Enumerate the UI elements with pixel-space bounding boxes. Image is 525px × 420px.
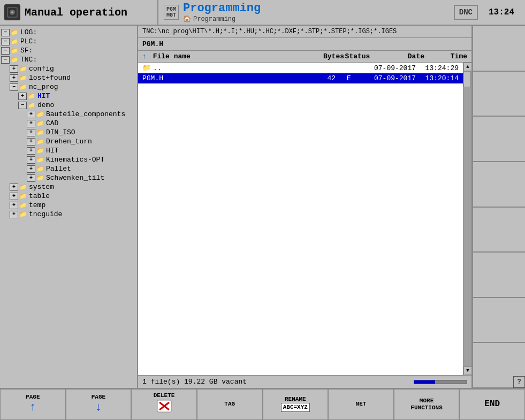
tree-item[interactable]: +📁system — [0, 182, 137, 192]
delete-button[interactable]: DELETE — [131, 389, 197, 420]
scrollbar[interactable]: ▲ ▼ — [463, 63, 471, 375]
tree-expand-icon: + — [18, 93, 27, 100]
column-header-name: ↑ File name — [142, 52, 307, 60]
more-functions-button[interactable]: MORE FUNCTIONS — [394, 389, 460, 420]
tree-item[interactable]: +📁config — [0, 64, 137, 73]
right-btn-3[interactable] — [473, 116, 525, 162]
file-date: 07-09-2017 — [362, 74, 416, 82]
tree-item[interactable]: −📁demo — [0, 101, 137, 110]
tree-expand-icon: + — [27, 138, 35, 146]
file-row[interactable]: 📁..07-09-201713:24:29 — [138, 63, 463, 73]
folder-icon: 📁 — [36, 129, 44, 136]
folder-icon: 📁 — [10, 29, 19, 36]
folder-icon: 📁 — [142, 64, 151, 72]
help-button[interactable]: ? — [513, 376, 525, 388]
tree-item[interactable]: +📁DIN_ISO — [0, 128, 137, 137]
tree-item-label: LOG: — [20, 28, 37, 36]
tree-expand-icon: − — [18, 102, 27, 109]
right-btn-4[interactable] — [473, 162, 525, 207]
file-list-area: 📁..07-09-201713:24:29PGM.H42E07-09-20171… — [138, 63, 471, 375]
end-label: END — [484, 399, 500, 409]
tree-expand-icon: + — [10, 202, 18, 209]
tree-item-label: demo — [37, 101, 54, 109]
tree-item[interactable]: +📁CAD — [0, 119, 137, 128]
folder-icon: 📁 — [36, 156, 44, 164]
page-down-button[interactable]: PAGE ↓ — [66, 389, 132, 420]
programming-sub: 🏠 Programming — [183, 15, 261, 23]
tree-item[interactable]: +📁HIT — [0, 91, 137, 101]
scroll-thumb[interactable] — [463, 71, 471, 87]
tree-item[interactable]: +📁lost+found — [0, 73, 137, 82]
tree-item-label: PLC: — [20, 37, 37, 45]
tree-item[interactable]: +📁Drehen_turn — [0, 137, 137, 146]
page-up-button[interactable]: PAGE ↑ — [0, 389, 66, 420]
tree-item[interactable]: −📁nc_prog — [0, 82, 137, 91]
tree-expand-icon: + — [10, 184, 18, 191]
scroll-track — [463, 71, 471, 366]
tree-item[interactable]: +📁table — [0, 192, 137, 201]
tree-item[interactable]: +📁temp — [0, 201, 137, 210]
right-btn-7[interactable] — [473, 297, 525, 343]
scroll-down-button[interactable]: ▼ — [463, 366, 471, 375]
sort-arrow-icon: ↑ — [142, 52, 147, 60]
folder-icon: 📁 — [36, 111, 44, 118]
pgm-badge-line2: MGT — [166, 12, 176, 18]
current-file-bar: PGM.H — [138, 38, 471, 51]
folder-icon: 📁 — [19, 211, 27, 218]
rename-eq-icon: = — [294, 404, 298, 411]
file-name-text: PGM.H — [142, 74, 163, 82]
right-btn-1[interactable] — [473, 26, 525, 71]
tree-item-label: TNC: — [20, 56, 37, 64]
tree-expand-icon: − — [1, 29, 10, 36]
tree-item[interactable]: +📁Kinematics-OPT — [0, 155, 137, 164]
manual-op-title: Manual operation — [25, 6, 127, 19]
end-button[interactable]: END — [459, 389, 525, 420]
programming-main-title: Programming — [183, 2, 261, 15]
file-name: 📁.. — [142, 64, 298, 72]
file-time: 13:20:14 — [416, 74, 459, 82]
net-button[interactable]: NET — [328, 389, 394, 420]
tree-item[interactable]: −📁SF: — [0, 46, 137, 55]
status-bar: 1 file(s) 19.22 GB vacant — [138, 375, 471, 388]
dnc-badge: DNC — [454, 5, 478, 20]
tree-item-label: CAD — [46, 119, 58, 127]
delete-x-icon — [156, 399, 172, 417]
tree-item-label: Drehen_turn — [46, 138, 92, 146]
column-header-bytes: Bytes — [307, 52, 344, 60]
folder-icon: 📁 — [36, 120, 44, 127]
folder-icon: 📁 — [19, 193, 27, 200]
tree-item[interactable]: −📁PLC: — [0, 37, 137, 46]
right-btn-5[interactable] — [473, 207, 525, 253]
rename-button[interactable]: RENAME ABC = XYZ — [263, 389, 329, 420]
folder-icon: 📁 — [19, 74, 27, 82]
pgm-badge-line1: PGM — [166, 6, 176, 12]
right-btn-2[interactable] — [473, 71, 525, 117]
file-row[interactable]: PGM.H42E07-09-201713:20:14 — [138, 73, 463, 83]
file-tree-sidebar[interactable]: −📁LOG:−📁PLC:−📁SF:−📁TNC:+📁config+📁lost+fo… — [0, 26, 138, 388]
file-list-container[interactable]: 📁..07-09-201713:24:29PGM.H42E07-09-20171… — [138, 63, 463, 375]
tree-item[interactable]: +📁Bauteile_components — [0, 110, 137, 119]
tree-item[interactable]: +📁HIT — [0, 146, 137, 155]
tree-item[interactable]: +📁Pallet — [0, 164, 137, 173]
tree-item[interactable]: −📁LOG: — [0, 28, 137, 37]
tree-item[interactable]: −📁TNC: — [0, 55, 137, 64]
programming-section: PGM MGT Programming 🏠 Programming DNC 13… — [158, 0, 525, 25]
scroll-up-button[interactable]: ▲ — [463, 63, 471, 71]
tree-item[interactable]: +📁Schwenken_tilt — [0, 173, 137, 182]
file-count: 1 — [142, 378, 147, 386]
tree-item-label: config — [29, 65, 54, 73]
tree-item[interactable]: +📁tncguide — [0, 210, 137, 219]
tree-expand-icon: + — [27, 156, 35, 164]
bottom-toolbar: PAGE ↑ PAGE ↓ DELETE TAG RENAME ABC = XY… — [0, 388, 525, 420]
tree-expand-icon: + — [10, 74, 18, 82]
right-btn-6[interactable] — [473, 252, 525, 297]
programming-title-group: Programming 🏠 Programming — [183, 2, 261, 23]
tree-expand-icon: − — [1, 38, 10, 45]
folder-icon: 📁 — [19, 83, 27, 91]
status-text: 1 file(s) 19.22 GB vacant — [142, 378, 247, 386]
folder-icon: 📁 — [36, 165, 44, 173]
tree-expand-icon: + — [27, 120, 35, 127]
file-name: PGM.H — [142, 74, 298, 82]
tag-button[interactable]: TAG — [197, 389, 263, 420]
tree-expand-icon: − — [1, 47, 10, 55]
